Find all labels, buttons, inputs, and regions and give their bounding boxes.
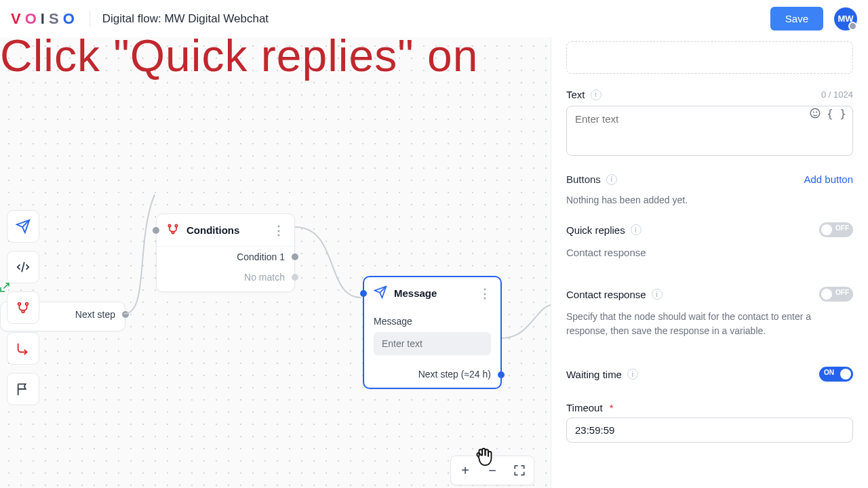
port[interactable] [292,253,298,260]
divider [90,11,90,27]
page-title: Digital flow: MW Digital Webchat [102,12,269,26]
port-in[interactable] [360,290,367,297]
info-icon[interactable]: i [606,174,617,185]
svg-point-1 [26,303,28,306]
contact-response-desc: Specify that the node should wait for th… [566,310,853,338]
node-message-input[interactable]: Enter text [374,332,491,355]
port[interactable] [122,311,129,318]
port[interactable] [292,274,298,281]
svg-point-2 [22,310,24,313]
svg-point-0 [18,303,21,306]
node-start-next-label: Next step [75,309,115,320]
tool-conditions[interactable] [7,291,39,324]
flow-canvas[interactable]: Next step Conditions ⋮ Condition 1 No ma… [0,37,551,488]
waiting-time-label: Waiting time [566,369,622,380]
tool-redirect[interactable] [7,332,39,365]
svg-point-4 [175,224,177,226]
branch-icon [166,222,180,238]
quick-replies-toggle[interactable]: OFF [819,222,853,237]
timeout-input[interactable] [566,418,853,443]
node-message-next-label: Next step (≈24 h) [418,369,491,380]
quick-replies-label: Quick replies [566,224,625,236]
node-conditions[interactable]: Conditions ⋮ Condition 1 No match [156,214,295,292]
no-match-row[interactable]: No match [157,267,294,287]
logo: VOISO [11,10,77,28]
toggle-off-label: OFF [835,289,849,296]
node-menu-icon[interactable]: ⋮ [479,287,491,300]
text-label: Text [566,89,585,100]
svg-point-5 [172,231,174,233]
svg-point-8 [816,112,817,113]
send-icon [374,285,387,301]
contact-response-toggle[interactable]: OFF [819,287,853,302]
properties-panel: Text i 0 / 1024 { } Buttons i Add button… [551,37,868,488]
hand-cursor-icon [472,444,496,468]
node-conditions-title: Conditions [186,224,239,236]
save-button[interactable]: Save [770,7,823,30]
contact-response-label: Contact response [566,289,646,300]
port[interactable] [498,371,505,378]
svg-point-6 [810,108,820,118]
toggle-on-label: ON [824,369,834,376]
info-icon[interactable]: i [591,89,601,100]
required-indicator: * [610,402,614,413]
timeout-label: Timeout [566,402,603,413]
node-message-next: Next step (≈24 h) [364,362,500,388]
zoom-fit-button[interactable] [508,459,531,482]
drop-area[interactable] [566,41,853,74]
toolbox [7,210,39,405]
condition-row[interactable]: Condition 1 [157,247,294,267]
text-counter: 0 / 1024 [821,89,853,100]
add-button-link[interactable]: Add button [804,174,853,185]
port-in[interactable] [153,227,159,234]
tool-flag[interactable] [7,373,39,405]
condition-1-label: Condition 1 [237,251,285,262]
buttons-label: Buttons [566,174,601,185]
node-message-placeholder: Enter text [382,338,422,349]
waiting-time-toggle[interactable]: ON [819,367,853,382]
node-menu-icon[interactable]: ⋮ [273,224,285,237]
info-icon[interactable]: i [627,369,638,380]
instruction-overlay: Click "Quick replies" on [0,30,478,81]
node-message-sub: Message [364,309,500,329]
svg-point-7 [813,112,814,113]
node-message[interactable]: Message ⋮ Message Enter text Next step (… [363,276,502,389]
avatar[interactable]: MW [834,7,857,30]
node-message-title: Message [394,287,437,299]
no-match-label: No match [244,272,285,283]
info-icon[interactable]: i [631,224,642,235]
buttons-empty: Nothing has been added yet. [566,193,853,207]
tool-message[interactable] [7,210,39,243]
quick-replies-sub: Contact response [566,247,853,258]
tool-code[interactable] [7,251,39,283]
svg-point-3 [168,224,170,226]
emoji-icon[interactable] [809,107,821,122]
variables-icon[interactable]: { } [827,107,846,122]
info-icon[interactable]: i [652,289,663,300]
toggle-off-label: OFF [835,224,849,232]
